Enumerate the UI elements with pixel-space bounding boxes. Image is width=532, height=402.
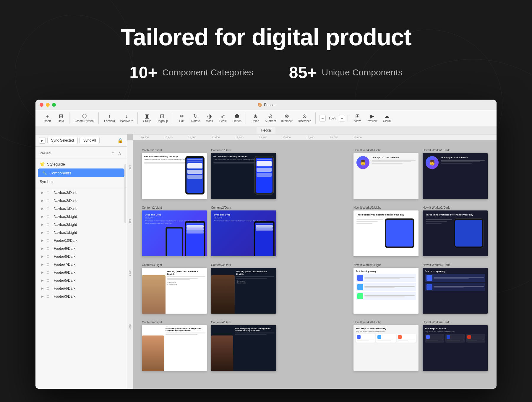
union-button[interactable]: ⊕ Union (249, 112, 262, 124)
layer-item[interactable]: ▶ □ Footer/4/Dark (35, 284, 127, 292)
sync-all-button[interactable]: Sync All (80, 137, 100, 144)
ruler-left-mark: 1,800 (129, 303, 131, 330)
close-button[interactable] (40, 103, 43, 107)
layer-item[interactable]: ▶ □ Navbar/3/Dark (35, 189, 127, 197)
view-button[interactable]: ⊞ View (351, 112, 364, 124)
list-text (364, 276, 415, 280)
step-line (447, 340, 463, 340)
artboard-icon: □ (47, 278, 51, 283)
layer-item[interactable]: ▶ □ Footer/3/Dark (35, 292, 127, 300)
data-button[interactable]: ⊞ Data (54, 112, 67, 124)
layer-item[interactable]: ▶ □ Navbar/2/Light (35, 221, 127, 228)
hiw2-line (426, 221, 447, 222)
zoom-in-button[interactable]: + (339, 115, 345, 121)
create-symbol-button[interactable]: ⬡ Create Symbol (72, 112, 97, 124)
mask-button[interactable]: ◑ Mask (203, 112, 216, 124)
ungroup-button[interactable]: ⊡ Ungroup (154, 112, 170, 124)
minimize-button[interactable] (46, 103, 50, 107)
backward-button[interactable]: ↓ Backward (118, 112, 136, 124)
artboard-row-1: Content/1/Light Full-featured scheduling… (133, 140, 497, 202)
list-icon (357, 284, 363, 290)
play-button[interactable]: ▶ (39, 137, 46, 144)
view-icon: ⊞ (355, 114, 360, 119)
page-list: 🌟 Styleguide 🔧 Components Symbols (35, 158, 127, 187)
page-item-symbols[interactable]: Symbols (35, 177, 127, 186)
phone-screen (186, 223, 204, 256)
list-line (434, 278, 469, 279)
artboard-icon: □ (47, 238, 51, 243)
layer-item[interactable]: ▶ □ Navbar/1/Light (35, 228, 127, 236)
zoom-value: 16% (327, 116, 338, 120)
layer-item[interactable]: ▶ □ Navbar/3/Light (35, 213, 127, 221)
phone-in-hiw (385, 218, 414, 248)
layer-item[interactable]: ▶ □ Footer/10/Dark (35, 236, 127, 244)
scale-button[interactable]: ⤢ Scale (217, 112, 230, 124)
artboard-content-2-light[interactable]: Content/2/Light Drag and Drop Intuitive … (142, 206, 207, 256)
preview-button[interactable]: ▶ Preview (364, 112, 380, 124)
maximize-button[interactable] (52, 103, 56, 107)
flatten-button[interactable]: ⬢ Flatten (230, 112, 244, 124)
layer-item[interactable]: ▶ □ Footer/5/Dark (35, 276, 127, 284)
group-button[interactable]: ▣ Group (141, 112, 154, 124)
mp-label: • Customizable (167, 283, 205, 285)
layer-item[interactable]: ▶ □ Footer/7/Dark (35, 260, 127, 268)
insert-button[interactable]: ＋ Insert (41, 112, 54, 124)
sidebar-scrollbar[interactable] (124, 164, 126, 223)
subtract-button[interactable]: ⊖ Subtract (262, 112, 278, 124)
layer-label: Footer/6/Dark (54, 270, 75, 275)
page-item-styleguide[interactable]: 🌟 Styleguide (35, 160, 127, 168)
person-silhouette (142, 335, 164, 371)
intersect-button[interactable]: ⊗ Intersect (279, 112, 295, 124)
artboard-frame: Drag and Drop Intuitive UI Amet minim mo… (211, 210, 276, 256)
screen-card (256, 225, 273, 228)
canvas-container[interactable]: 10,200 10,800 11,400 12,000 12,600 13,20… (127, 134, 497, 389)
artboard-hiw-2-dark[interactable]: How It Works/2/Dark Three things you nee… (423, 206, 488, 256)
step-icon (377, 335, 381, 339)
layer-item[interactable]: ▶ □ Navbar/1/Dark (35, 205, 127, 213)
artboard-content-1-light[interactable]: Content/1/Light Full-featured scheduling… (142, 149, 207, 199)
subtract-icon: ⊖ (268, 114, 273, 119)
expand-arrow-icon: ▶ (41, 255, 44, 258)
artboard-content-1-dark[interactable]: Content/1/Dark Full-featured scheduling … (211, 149, 276, 199)
layer-item[interactable]: ▶ □ Footer/8/Dark (35, 252, 127, 260)
artboard-hiw-3-light[interactable]: How It Works/3/Light Just three taps awa… (353, 263, 419, 314)
layer-item[interactable]: ▶ □ Footer/9/Dark (35, 244, 127, 252)
artboard-hiw-1-light[interactable]: How It Works/1/Light 👨 One app to rule t… (353, 149, 419, 199)
canvas-inner[interactable]: Content/1/Light Full-featured scheduling… (133, 140, 497, 389)
step-icon (357, 335, 361, 339)
mp-line (167, 278, 198, 279)
artboard-label: Content/1/Light (142, 149, 207, 152)
step-line (426, 340, 443, 340)
artboard-hiw-4-dark[interactable]: How It Works/4/Dark Four steps to a succ… (423, 321, 488, 371)
artboard-frame: 👨 One app to rule them all (423, 153, 488, 199)
artboard-hiw-1-dark[interactable]: How It Works/1/Dark 👨 One app to rule th… (423, 149, 488, 199)
artboard-content-4-dark[interactable]: Content/4/Dark Now everybody able to man… (211, 321, 276, 371)
page-item-components[interactable]: 🔧 Components (38, 168, 124, 177)
artboard-content-3-light[interactable]: Content/3/Light Making plans become more… (142, 263, 207, 314)
sync-selected-button[interactable]: Sync Selected (47, 137, 78, 144)
page-symbols-label: Symbols (40, 179, 54, 184)
artboard-hiw-2-light[interactable]: How It Works/2/Light Three things you ne… (353, 206, 419, 256)
hiw-line (441, 160, 485, 161)
layer-item[interactable]: ▶ □ Footer/6/Dark (35, 268, 127, 276)
artboard-hiw-4-light[interactable]: How It Works/4/Light Four steps to a suc… (353, 321, 419, 371)
rotate-button[interactable]: ↻ Rotate (189, 112, 202, 124)
difference-button[interactable]: ⊘ Difference (296, 112, 314, 124)
artboard-content-2-dark[interactable]: Content/2/Dark Drag and Drop Intuitive U… (211, 206, 276, 256)
edit-button[interactable]: ✏ Edit (175, 112, 188, 124)
stat-categories-label: Component Categories (162, 67, 254, 77)
artboard-hiw-3-dark[interactable]: How It Works/3/Dark Just three taps away (423, 263, 488, 314)
ruler-left-mark: 600 (129, 197, 131, 223)
zoom-out-button[interactable]: − (319, 115, 326, 121)
cloud-button[interactable]: ☁ Cloud (380, 112, 393, 124)
making-plans-title: Making plans become more flexible (167, 270, 205, 275)
forward-button[interactable]: ↑ Forward (102, 112, 117, 124)
symbol-icon: ⬡ (82, 114, 87, 119)
layer-item[interactable]: ▶ □ Navbar/2/Dark (35, 197, 127, 205)
collapse-pages-button[interactable]: ∧ (117, 150, 123, 156)
step-line (398, 341, 408, 341)
artboard-content-3-dark[interactable]: Content/3/Dark Making plans become more … (211, 263, 276, 314)
artboard-content-4-light[interactable]: Content/4/Light Now everybody able to ma… (142, 321, 207, 371)
doc-tab[interactable]: Fecca (257, 127, 276, 134)
add-page-button[interactable]: + (111, 150, 116, 156)
